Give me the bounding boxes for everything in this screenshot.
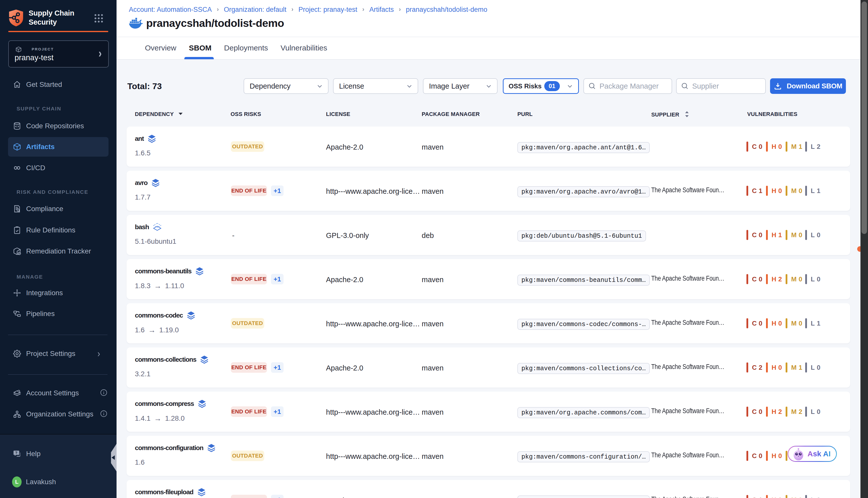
svg-text:?: ? [15,451,17,455]
